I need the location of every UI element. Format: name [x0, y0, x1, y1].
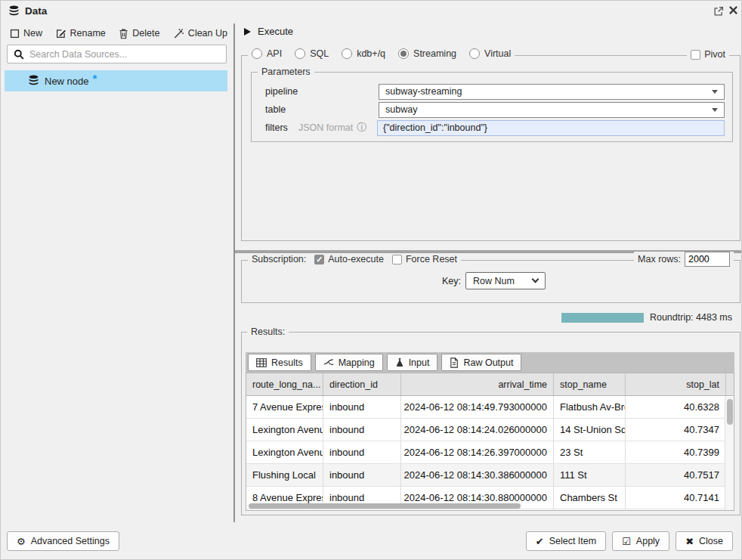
pivot-checkbox[interactable]: Pivot [687, 49, 729, 60]
horizontal-scrollbar-thumb[interactable] [249, 503, 521, 509]
play-icon [244, 28, 251, 36]
table-value: subway [385, 104, 417, 115]
popout-icon [713, 6, 724, 17]
table-row[interactable]: Flushing Localinbound2024-06-12 08:14:30… [246, 464, 734, 487]
column-header-route-long-na[interactable]: route_long_na... [246, 373, 323, 395]
table-cell: inbound [323, 464, 401, 487]
table-row[interactable]: 7 Avenue Expresinbound2024-06-12 08:14:4… [246, 396, 734, 419]
vertical-scrollbar-thumb[interactable] [727, 399, 733, 425]
check-icon: ✔ [536, 537, 544, 546]
toolbar-clean-up-button[interactable]: Clean Up [173, 28, 227, 39]
results-legend: Results: [247, 326, 289, 337]
mode-radio-streaming[interactable]: Streaming [398, 48, 456, 59]
column-header-stop-lat[interactable]: stop_lat [626, 373, 726, 395]
table-cell: inbound [323, 419, 401, 441]
chevron-down-icon [532, 276, 539, 283]
tab-label: Input [409, 357, 430, 368]
mode-label: SQL [310, 48, 329, 59]
toolbar-delete-button[interactable]: Delete [119, 28, 159, 39]
clean-up-icon [173, 28, 184, 39]
mode-label: Virtual [484, 48, 511, 59]
datasource-node[interactable]: New node* [5, 70, 227, 91]
column-header-direction-id[interactable]: direction_id [323, 373, 401, 395]
database-icon [28, 75, 39, 87]
info-icon[interactable]: ⓘ [357, 121, 366, 135]
tab-mapping[interactable]: Mapping [315, 354, 383, 371]
close-button[interactable]: ✖ Close [676, 531, 733, 551]
table-cell: 7 Avenue Expres [246, 396, 323, 419]
advanced-settings-button[interactable]: ⚙ Advanced Settings [7, 531, 119, 551]
tab-raw-output[interactable]: Raw Output [441, 354, 521, 371]
pivot-label: Pivot [704, 49, 725, 60]
filters-input[interactable] [377, 120, 725, 136]
force-reset-label: Force Reset [406, 254, 457, 265]
table-select[interactable]: subway [379, 102, 725, 118]
column-header-arrival-time[interactable]: arrival_time [401, 373, 554, 395]
table-cell: Flatbush Av-Broo [554, 396, 626, 419]
toolbar-new-label: New [23, 28, 42, 39]
mode-label: Streaming [413, 48, 456, 59]
toolbar-clean-up-label: Clean Up [188, 28, 227, 39]
mode-radio-kdb-q[interactable]: kdb+/q [342, 48, 385, 59]
table-row-param: table subway [252, 101, 732, 119]
table-row[interactable]: Lexington Avenuinbound2024-06-12 08:14:2… [246, 419, 734, 441]
key-select[interactable]: Row Num [465, 272, 546, 289]
mode-label: kdb+/q [357, 48, 385, 59]
mode-radio-api[interactable]: API [252, 48, 282, 59]
table-cell: Flushing Local [246, 464, 323, 487]
panel-divider[interactable] [233, 23, 235, 522]
document-icon [450, 357, 459, 368]
subscription-legend: Subscription: [252, 254, 306, 265]
vertical-scrollbar [725, 397, 734, 510]
toolbar-rename-button[interactable]: Rename [56, 28, 106, 39]
search-box [7, 45, 227, 63]
modified-marker: * [93, 72, 97, 85]
results-table: route_long_na...direction_idarrival_time… [246, 373, 734, 511]
subscription-fieldset: Subscription: Auto-execute Force Reset M… [241, 260, 740, 303]
column-header-stop-name[interactable]: stop_name [554, 373, 626, 395]
auto-execute-checkbox[interactable]: Auto-execute [314, 254, 384, 265]
execute-button[interactable]: Execute [244, 26, 293, 37]
toolbar-new-button[interactable]: New [10, 28, 42, 39]
table-cell: 2024-06-12 08:14:49.793000000 [401, 396, 554, 419]
radio-icon [252, 48, 262, 59]
tab-label: Mapping [339, 357, 375, 368]
force-reset-checkbox[interactable]: Force Reset [392, 254, 457, 265]
table-row[interactable]: Lexington Avenuinbound2024-06-12 08:14:2… [246, 441, 734, 464]
search-input[interactable] [29, 49, 221, 60]
radio-icon [342, 48, 352, 59]
filters-hint: JSON format ⓘ [298, 121, 377, 135]
table-cell: 14 St-Union Sq [554, 419, 626, 441]
flask-icon [395, 357, 404, 367]
caret-down-icon [712, 90, 718, 94]
caret-down-icon [712, 108, 718, 112]
tab-results[interactable]: Results [248, 354, 311, 371]
table-icon [256, 358, 267, 367]
table-cell: 40.6328 [626, 396, 726, 419]
close-icon [728, 5, 738, 15]
popout-button[interactable] [713, 6, 724, 17]
table-cell: 2024-06-12 08:14:30.386000000 [401, 464, 554, 487]
mode-radio-virtual[interactable]: Virtual [469, 48, 511, 59]
results-tabs: ResultsMappingInputRaw Output [246, 352, 734, 373]
table-cell: 111 St [554, 464, 626, 487]
apply-button[interactable]: ☑ Apply [612, 531, 669, 551]
dialog-footer: ⚙ Advanced Settings ✔ Select Item ☑ Appl… [1, 524, 741, 559]
new-icon [10, 29, 20, 39]
tab-label: Raw Output [463, 357, 513, 368]
max-rows-label: Max rows: [638, 254, 681, 265]
max-rows-input[interactable] [685, 252, 730, 267]
table-cell: 40.7399 [626, 441, 726, 464]
horizontal-scrollbar [247, 503, 724, 509]
close-dialog-button[interactable] [728, 5, 738, 15]
filters-label: filters [265, 122, 298, 133]
select-item-button[interactable]: ✔ Select Item [526, 531, 606, 551]
table-cell: 40.7517 [626, 464, 726, 487]
key-value: Row Num [473, 276, 515, 286]
tab-input[interactable]: Input [387, 354, 438, 371]
datasource-toolbar: NewRenameDeleteClean Up [10, 26, 227, 41]
roundtrip-label: Roundtrip: 4483 ms [650, 312, 732, 323]
table-header-row: route_long_na...direction_idarrival_time… [246, 373, 734, 396]
mode-radio-sql[interactable]: SQL [295, 48, 329, 59]
pipeline-select[interactable]: subway-streaming [379, 84, 725, 100]
